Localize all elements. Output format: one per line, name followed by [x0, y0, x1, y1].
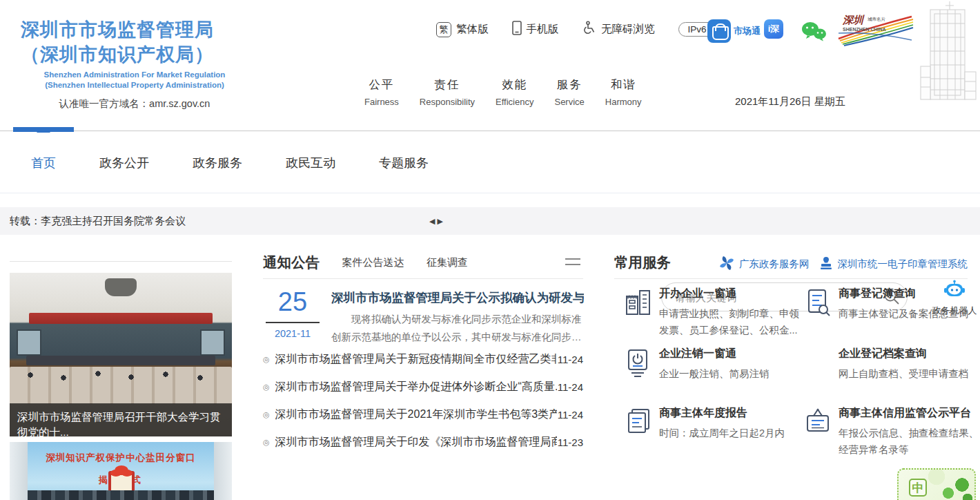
storefront-icon [625, 288, 652, 318]
signboard-icon [804, 407, 832, 438]
photo-red-banner [29, 313, 213, 324]
ceremony-ribbon [115, 465, 128, 475]
site-title-en2: (Shenzhen Intellectual Property Administ… [21, 80, 248, 90]
ceremony-people [28, 490, 214, 500]
bullet-icon: ◎ [263, 438, 270, 447]
current-date: 2021年11月26日 星期五 [735, 95, 845, 108]
notice-list: ◎ 深圳市市场监督管理局关于新冠疫情期间全市仅经营乙类非... 11-24 ◎ … [263, 345, 583, 456]
widget-zhong-badge: 中 [909, 479, 927, 497]
notice-list-item[interactable]: ◎ 深圳市市场监督管理局关于2021年深圳市学生书包等3类产... 11-24 [263, 401, 583, 428]
register-search-icon [804, 288, 832, 318]
service-annual-report[interactable]: 商事主体年度报告 时间：成立周年之日起2月内 [625, 406, 805, 442]
photo-screen-left [17, 329, 41, 356]
i-shenzhen-app-icon[interactable]: i深 [764, 19, 783, 39]
shenzhen-city-logo[interactable]: 深圳 城市名片 SHENZHEN CHINA [837, 12, 914, 51]
services-divider [614, 278, 968, 279]
report-icon [625, 407, 652, 438]
city-name-zh: 深圳 [842, 14, 865, 26]
utility-links: 繁 繁体版 手机版 无障碍浏览 IPv6 [436, 21, 716, 38]
traditional-label: 繁体版 [456, 22, 489, 37]
carousel-slide-ceremony-photo[interactable]: 深圳知识产权保护中心盐田分窗口 揭牌仪式 [10, 442, 232, 500]
mobile-label: 手机版 [527, 22, 559, 37]
ceremony-banner-line1: 深圳知识产权保护中心盐田分窗口 [28, 452, 214, 464]
value-fairness: 公平 Fairness [364, 77, 399, 107]
value-harmony: 和谐 Harmony [605, 77, 642, 107]
official-domain-note: 认准唯一官方域名：amr.sz.gov.cn [21, 97, 248, 110]
carousel-slide-meeting-photo[interactable]: 深圳市市场监督管理局召开干部大会学习贯彻党的十... [10, 273, 232, 436]
notice-divider [263, 278, 583, 279]
service-credit-platform[interactable]: 商事主体信用监管公示平台 年报公示信息、抽查检查结果、经营异常名录等 [804, 406, 980, 459]
featured-date-rule [266, 322, 320, 323]
main-navigation: 首页 政务公开 政务服务 政民互动 专题服务 [0, 133, 980, 193]
city-tagline: 城市名片 [868, 17, 886, 22]
nav-item-home[interactable]: 首页 [31, 155, 56, 171]
page: 深圳市市场监督管理局 （深圳市知识产权局） Shenzhen Administr… [0, 0, 980, 500]
traditional-icon: 繁 [436, 22, 451, 37]
notice-item-date: 11-24 [558, 409, 583, 421]
site-logo[interactable]: 深圳市市场监督管理局 （深圳市知识产权局） Shenzhen Administr… [21, 18, 248, 110]
bullet-icon: ◎ [263, 355, 270, 364]
featured-notice-summary[interactable]: 现将拟确认为研发与标准化同步示范企业和深圳标准创新示范基地的单位予以公示，其中研… [331, 311, 584, 347]
news-ticker: 转载：李克强主持召开国务院常务会议 ◀ ▶ [0, 207, 980, 235]
services-section-header: 常用服务 广东政务服务网 [614, 253, 968, 275]
e-seal-system-link[interactable]: 深圳市统一电子印章管理系统 [819, 256, 968, 272]
service-open-business[interactable]: 开办企业一窗通 申请营业执照、刻制印章、申领发票、员工参保登记、公积金... [625, 287, 805, 339]
traditional-version-link[interactable]: 繁 繁体版 [436, 22, 489, 37]
value-service: 服务 Service [554, 77, 584, 107]
photo-podium-table [26, 356, 215, 365]
notice-section-header: 通知公告 案件公告送达 征集调查 [263, 253, 583, 275]
notice-item-date: 11-24 [558, 354, 583, 365]
notice-list-item[interactable]: ◎ 深圳市市场监督管理局关于举办促进体外诊断企业“高质量... 11-24 [263, 373, 583, 401]
core-values: 公平 Fairness 责任 Responsibility 效能 Efficie… [364, 77, 642, 107]
more-icon[interactable] [565, 258, 580, 269]
accessibility-link[interactable]: 无障碍浏览 [582, 21, 655, 38]
photo-projector [105, 278, 137, 296]
city-name-en: SHENZHEN CHINA [843, 27, 886, 32]
nav-item-special-topics[interactable]: 专题服务 [379, 155, 429, 171]
header-divider [0, 131, 980, 131]
accessibility-icon [582, 21, 596, 38]
nav-item-gov-services[interactable]: 政务服务 [193, 155, 242, 171]
accessibility-label: 无障碍浏览 [601, 22, 655, 37]
building-sketch [910, 0, 979, 108]
featured-day: 25 [264, 287, 321, 318]
photo-pillar-left [10, 442, 28, 500]
photo-pillar-right [214, 442, 232, 500]
notice-item-date: 11-23 [558, 436, 583, 448]
floating-green-widget[interactable]: 中 [897, 468, 976, 500]
site-title-line2: （深圳市知识产权局） [21, 43, 248, 68]
wechat-icon[interactable] [801, 21, 827, 44]
ticker-headline[interactable]: 转载：李克强主持召开国务院常务会议 [10, 207, 186, 235]
mobile-version-link[interactable]: 手机版 [512, 21, 559, 38]
nav-item-gov-disclosure[interactable]: 政务公开 [99, 155, 149, 171]
blank-icon-slot [804, 348, 832, 378]
notice-list-item[interactable]: ◎ 深圳市市场监督管理局关于印发《深圳市市场监督管理局商... 11-23 [263, 428, 583, 456]
stamp-icon [819, 256, 833, 272]
active-tab-indicator [13, 127, 74, 132]
bullet-icon: ◎ [263, 410, 270, 419]
tab-case-announcements[interactable]: 案件公告送达 [342, 256, 404, 269]
tab-surveys[interactable]: 征集调查 [427, 256, 468, 269]
market-app-label: 市场通 [734, 25, 761, 37]
services-title: 常用服务 [614, 254, 671, 270]
value-responsibility: 责任 Responsibility [420, 77, 475, 107]
pinwheel-icon [719, 256, 734, 273]
power-icon [625, 348, 652, 378]
photo-audience [10, 367, 232, 404]
featured-date-box: 25 2021-11 [264, 287, 321, 339]
guangdong-gov-service-link[interactable]: 广东政务服务网 [719, 256, 810, 273]
notice-list-item[interactable]: ◎ 深圳市市场监督管理局关于新冠疫情期间全市仅经营乙类非... 11-24 [263, 345, 583, 373]
ticker-next-icon[interactable]: ▶ [437, 217, 442, 226]
value-efficiency: 效能 Efficiency [496, 77, 533, 107]
market-app-icon [707, 19, 731, 43]
ticker-arrows: ◀ ▶ [429, 207, 443, 235]
service-archive-search[interactable]: 企业登记档案查询 网上自助查档、受理申请查档 [804, 347, 980, 383]
ticker-prev-icon[interactable]: ◀ [429, 217, 435, 226]
service-registry-search[interactable]: 商事登记簿查询 商事主体登记及备案信息查询 [804, 287, 980, 323]
service-deregistration[interactable]: 企业注销一窗通 企业一般注销、简易注销 [625, 347, 805, 383]
market-app-link[interactable]: 市场通 [707, 19, 761, 43]
nav-item-interaction[interactable]: 政民互动 [286, 155, 335, 171]
site-title-en1: Shenzhen Administration For Market Regul… [21, 70, 248, 80]
carousel-caption: 深圳市市场监督管理局召开干部大会学习贯彻党的十... [10, 403, 232, 436]
featured-notice-title[interactable]: 深圳市市场监督管理局关于公示拟确认为研发与标... [331, 289, 584, 306]
